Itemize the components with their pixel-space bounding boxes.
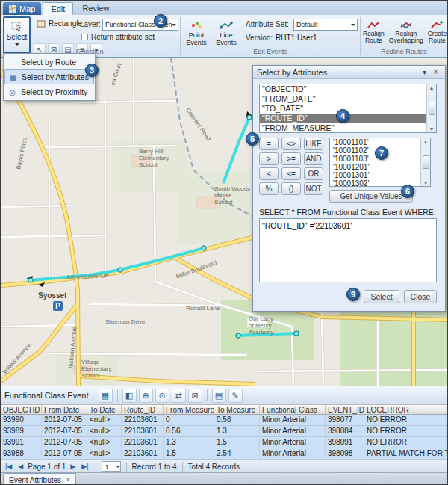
table-cell: Minor Arterial xyxy=(260,426,326,436)
table-cell: 2012-07-05 xyxy=(42,426,87,436)
menu-item-select-by-proximity[interactable]: ◎Select by Proximity xyxy=(4,84,94,99)
panel-options-icon[interactable]: ▦ xyxy=(99,389,113,403)
value-item[interactable]: '10001302' xyxy=(330,179,430,187)
tab-event-attributes[interactable]: Event Attributes × xyxy=(3,473,76,485)
column-header-event-id[interactable]: EVENT_ID xyxy=(326,405,364,414)
attributes-icon: ▦ xyxy=(8,73,18,81)
operator-less-button[interactable]: < xyxy=(259,167,279,180)
operator-not-equals-button[interactable]: <> xyxy=(281,138,301,150)
create-route-button[interactable]: Create Route xyxy=(427,16,448,48)
show-selected-icon[interactable]: ◧ xyxy=(122,389,137,403)
menu-item-label: Select by Attributes xyxy=(22,72,89,81)
table-header-row: OBJECTIDFrom DateTo DateRoute_IDFrom Mea… xyxy=(1,404,448,415)
operator-like-button[interactable]: LIKE xyxy=(304,138,323,150)
field-item[interactable]: "FROM_MEASURE" xyxy=(260,123,436,133)
column-header-locerror[interactable]: LOCERROR xyxy=(364,405,448,414)
column-header-from-date[interactable]: From Date xyxy=(42,405,87,414)
operator-percent-button[interactable]: % xyxy=(259,182,279,195)
dialog-titlebar[interactable]: Select by Attributes ▾ × xyxy=(253,66,445,79)
table-cell: <null> xyxy=(87,437,122,448)
callout-5: 5 xyxy=(246,132,259,146)
where-clause-input[interactable]: "ROUTE_ID" ='22103601' xyxy=(259,218,437,282)
route-vertex[interactable] xyxy=(294,331,299,336)
pan-to-selected-icon[interactable]: ⊙ xyxy=(155,389,169,403)
column-header-objectid[interactable]: OBJECTID xyxy=(1,405,42,414)
scroll-up-icon[interactable]: ▲ xyxy=(423,139,429,144)
value-item[interactable]: '10001101' xyxy=(330,138,430,146)
table-row[interactable]: 939882012-07-05<null>221036011.52.54Mino… xyxy=(1,448,448,460)
map-label: Our Ladyof MercyAcademy xyxy=(249,315,273,336)
scroll-up-icon[interactable]: ▲ xyxy=(429,85,435,90)
edit-attributes-icon[interactable]: ✎ xyxy=(228,389,243,403)
route-vertex[interactable] xyxy=(118,268,122,272)
column-header-from-measure[interactable]: From Measure xyxy=(164,405,214,414)
value-item[interactable]: '10001301' xyxy=(330,171,430,179)
realign-route-button[interactable]: Realign Route xyxy=(362,16,385,48)
callout-7: 7 xyxy=(375,146,388,160)
swap-selection-icon[interactable]: ⇄ xyxy=(172,389,186,403)
dialog-close-icon[interactable]: × xyxy=(430,67,441,78)
table-row[interactable]: 939892012-07-05<null>221036010.561.3Mino… xyxy=(1,426,448,437)
scroll-thumb[interactable] xyxy=(429,102,435,115)
first-page-button[interactable]: |◀ xyxy=(4,461,13,472)
table-cell: 1.3 xyxy=(214,426,260,436)
scroll-thumb[interactable] xyxy=(423,155,429,169)
map-tab-icon xyxy=(9,5,16,13)
route-vertex[interactable] xyxy=(236,333,240,338)
menu-item-select-by-route[interactable]: →Select by Route xyxy=(4,55,94,69)
operator-and-button[interactable]: AND xyxy=(304,152,323,165)
operator-greater-or-equal-button[interactable]: >= xyxy=(281,152,301,165)
table-cell: 1.5 xyxy=(214,437,260,448)
toolbar-separator xyxy=(207,389,208,401)
page-number-dropdown[interactable]: 1 xyxy=(102,461,121,472)
field-list: ▲ ▼ "OBJECTID""FROM_DATE""TO_DATE""ROUTE… xyxy=(259,84,437,133)
value-item[interactable]: '10001201' xyxy=(330,163,430,171)
attribute-set-dropdown[interactable]: Default xyxy=(293,19,358,31)
table-icon[interactable]: ▤ xyxy=(212,389,226,403)
scroll-down-icon[interactable]: ▼ xyxy=(429,126,435,132)
operator-or-button[interactable]: OR xyxy=(304,167,323,180)
previous-page-button[interactable]: ◀ xyxy=(16,461,25,472)
realign-overlapping-button[interactable]: Realign Overlapping xyxy=(388,16,424,48)
line-events-button[interactable]: Line Events xyxy=(213,16,240,51)
dialog-select-button[interactable]: Select xyxy=(364,290,399,303)
create-route-icon xyxy=(431,21,443,29)
point-events-button[interactable]: Point Events xyxy=(183,16,210,51)
next-page-button[interactable]: ▶ xyxy=(69,461,77,472)
tab-close-icon[interactable]: × xyxy=(66,476,70,484)
route-vertex[interactable] xyxy=(202,246,206,250)
rectangle-tool-button[interactable]: Rectangle xyxy=(34,18,85,29)
column-header-to-measure[interactable]: To Measure xyxy=(214,405,260,414)
route-vertex[interactable] xyxy=(247,115,252,120)
panel-toolbar: ▦◧⊕⊙⇄⊠▤✎ xyxy=(99,389,243,403)
operator-parentheses-button[interactable]: () xyxy=(281,182,301,195)
operator-greater-button[interactable]: > xyxy=(259,152,279,165)
column-header-functional-class[interactable]: Functional Class xyxy=(260,405,326,414)
dialog-menu-caret-icon[interactable]: ▾ xyxy=(419,67,430,78)
tab-event-attributes-label: Event Attributes xyxy=(9,476,61,484)
field-list-scrollbar[interactable]: ▲ ▼ xyxy=(426,84,436,132)
tab-map[interactable]: Map xyxy=(3,2,41,15)
tab-edit[interactable]: Edit xyxy=(43,2,73,15)
callout-3: 3 xyxy=(85,64,99,77)
tab-review[interactable]: Review xyxy=(75,2,116,15)
menu-item-select-by-attributes[interactable]: ▦Select by Attributes xyxy=(4,69,94,84)
return-attribute-set-checkbox[interactable]: Return attribute set xyxy=(81,33,155,41)
table-row[interactable]: 939902012-07-05<null>2210360100.56Minor … xyxy=(1,415,448,426)
operator-equals-button[interactable]: = xyxy=(259,138,279,150)
field-item[interactable]: "FROM_DATE" xyxy=(260,94,436,104)
clear-selection-icon[interactable]: ⊠ xyxy=(188,389,202,403)
bottom-tab-bar: Event Attributes × xyxy=(1,472,448,485)
zoom-to-selected-icon[interactable]: ⊕ xyxy=(139,389,153,403)
scroll-down-icon[interactable]: ▼ xyxy=(423,180,429,185)
last-page-button[interactable]: ▶| xyxy=(80,461,90,472)
table-row[interactable]: 939912012-07-05<null>221036011.31.5Minor… xyxy=(1,437,448,448)
column-header-route-id[interactable]: Route_ID xyxy=(122,405,164,414)
values-list-scrollbar[interactable]: ▲ ▼ xyxy=(420,138,430,186)
operator-less-or-equal-button[interactable]: <= xyxy=(281,167,301,180)
dialog-close-button[interactable]: Close xyxy=(404,290,437,303)
route-vertex[interactable] xyxy=(28,278,33,282)
operator-not-button[interactable]: NOT xyxy=(304,182,323,195)
field-item[interactable]: "OBJECTID" xyxy=(260,84,436,94)
column-header-to-date[interactable]: To Date xyxy=(87,405,122,414)
